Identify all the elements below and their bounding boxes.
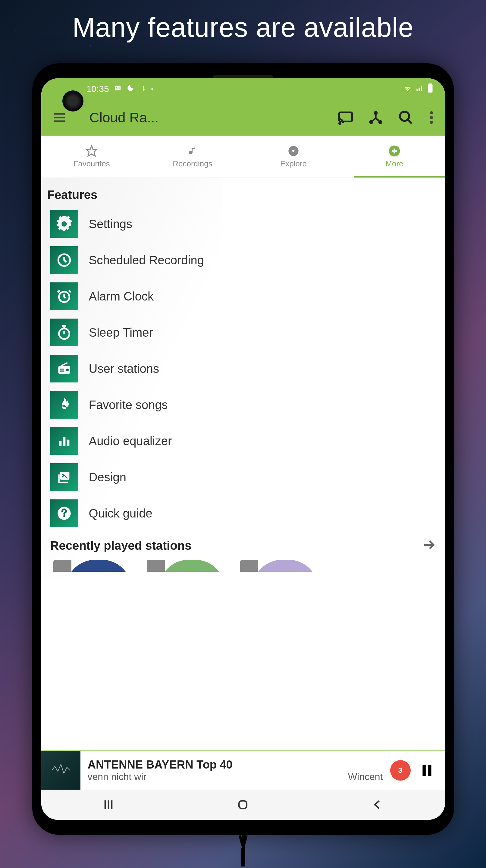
now-playing-info: ANTENNE BAYERN Top 40 venn nicht wir Win… xyxy=(88,758,383,782)
image-icon xyxy=(50,463,78,491)
clock-icon xyxy=(50,246,78,274)
tab-label: Favourites xyxy=(73,159,110,168)
recent-station-card[interactable] xyxy=(147,560,225,572)
bluetooth-icon xyxy=(139,84,147,94)
station-art xyxy=(65,560,132,572)
phone-camera xyxy=(62,90,84,112)
equalizer-icon xyxy=(50,427,78,455)
system-nav-bar xyxy=(41,789,445,820)
arrow-right-button[interactable] xyxy=(421,537,436,554)
feature-audio-equalizer[interactable]: Audio equalizer xyxy=(41,423,445,459)
svg-marker-26 xyxy=(87,146,96,156)
svg-point-41 xyxy=(62,474,63,475)
more-button[interactable] xyxy=(427,108,436,127)
device-hub-button[interactable] xyxy=(367,108,385,127)
svg-point-17 xyxy=(339,123,340,124)
svg-rect-38 xyxy=(63,437,65,446)
feature-user-stations[interactable]: User stations xyxy=(41,350,445,387)
svg-line-22 xyxy=(408,120,412,124)
tab-explore[interactable]: Explore xyxy=(243,135,344,178)
svg-rect-11 xyxy=(429,84,431,84)
features-heading: Features xyxy=(41,184,445,206)
menu-button[interactable] xyxy=(50,108,68,127)
feature-settings[interactable]: Settings xyxy=(41,206,445,242)
tab-label: Recordings xyxy=(173,159,213,168)
svg-rect-4 xyxy=(241,848,243,867)
status-bar: 10:35 • xyxy=(41,79,445,99)
svg-rect-44 xyxy=(428,765,431,776)
timer-icon xyxy=(50,318,78,346)
nav-home-button[interactable] xyxy=(234,796,252,814)
mp3-badge xyxy=(53,560,71,572)
tab-recordings[interactable]: Recordings xyxy=(142,135,243,178)
feature-label: Design xyxy=(89,470,127,484)
recent-station-card[interactable] xyxy=(53,560,132,572)
flame-icon xyxy=(50,391,78,418)
svg-point-21 xyxy=(400,112,409,121)
feature-scheduled-recording[interactable]: Scheduled Recording xyxy=(41,242,445,278)
alarm-icon xyxy=(50,282,78,310)
svg-rect-48 xyxy=(239,801,247,809)
tab-label: More xyxy=(385,159,403,168)
svg-rect-10 xyxy=(421,86,422,91)
svg-rect-12 xyxy=(428,84,432,93)
mp3-badge xyxy=(240,560,258,572)
svg-point-25 xyxy=(430,121,433,124)
gear-icon xyxy=(50,210,78,238)
svg-rect-37 xyxy=(59,441,61,446)
feature-list: Settings Scheduled Recording Alarm Clock xyxy=(41,206,445,531)
feature-favorite-songs[interactable]: Favorite songs xyxy=(41,387,445,423)
feature-design[interactable]: Design xyxy=(41,459,445,495)
tab-bar: Favourites Recordings Explore More xyxy=(41,135,445,178)
svg-rect-43 xyxy=(422,765,425,776)
notification-badge[interactable]: 3 xyxy=(390,760,411,781)
feature-quick-guide[interactable]: Quick guide xyxy=(41,495,445,531)
feature-label: Sleep Timer xyxy=(89,326,153,339)
svg-rect-5 xyxy=(243,848,245,867)
now-playing-subtitle-left: venn nicht wir xyxy=(88,771,147,782)
help-icon xyxy=(50,499,78,527)
feature-label: Alarm Clock xyxy=(89,290,154,303)
recent-stations-strip[interactable] xyxy=(41,557,445,572)
signal-icon xyxy=(416,84,424,94)
app-title: Cloud Ra... xyxy=(90,110,324,126)
station-art xyxy=(252,560,319,572)
tab-label: Explore xyxy=(280,159,307,168)
search-button[interactable] xyxy=(397,108,415,127)
status-time: 10:35 xyxy=(87,84,109,94)
nav-recent-button[interactable] xyxy=(99,796,118,814)
radio-icon xyxy=(50,355,78,382)
pause-button[interactable] xyxy=(418,761,436,779)
plus-circle-icon xyxy=(388,145,401,157)
feature-label: Settings xyxy=(89,217,133,231)
recent-station-card[interactable] xyxy=(240,560,319,572)
svg-rect-9 xyxy=(419,87,420,91)
dot-icon: • xyxy=(151,86,153,93)
now-playing-bar[interactable]: ANTENNE BAYERN Top 40 venn nicht wir Win… xyxy=(41,750,445,789)
phone-frame: 10:35 • xyxy=(32,63,454,835)
tab-favourites[interactable]: Favourites xyxy=(41,135,142,178)
feature-label: Quick guide xyxy=(89,507,153,520)
cast-button[interactable] xyxy=(336,108,355,127)
compass-icon xyxy=(287,145,300,157)
now-playing-title: ANTENNE BAYERN Top 40 xyxy=(88,758,383,771)
battery-icon xyxy=(427,84,433,95)
feature-label: Audio equalizer xyxy=(89,434,172,448)
svg-point-23 xyxy=(430,111,433,114)
svg-rect-36 xyxy=(60,371,64,372)
nav-back-button[interactable] xyxy=(368,796,387,814)
feature-sleep-timer[interactable]: Sleep Timer xyxy=(41,314,445,350)
feature-label: Favorite songs xyxy=(89,398,168,412)
moon-icon xyxy=(127,84,134,94)
tab-more[interactable]: More xyxy=(344,135,445,178)
music-note-icon xyxy=(186,145,199,157)
svg-rect-39 xyxy=(67,440,69,446)
svg-point-7 xyxy=(116,87,117,88)
image-icon xyxy=(114,84,122,94)
main-content: Features Settings Scheduled Recording xyxy=(41,178,445,578)
wifi-icon xyxy=(403,84,412,95)
now-playing-subtitle-right: Wincent xyxy=(348,771,383,782)
svg-point-34 xyxy=(66,369,69,371)
feature-alarm-clock[interactable]: Alarm Clock xyxy=(41,278,445,314)
svg-rect-8 xyxy=(416,89,418,91)
